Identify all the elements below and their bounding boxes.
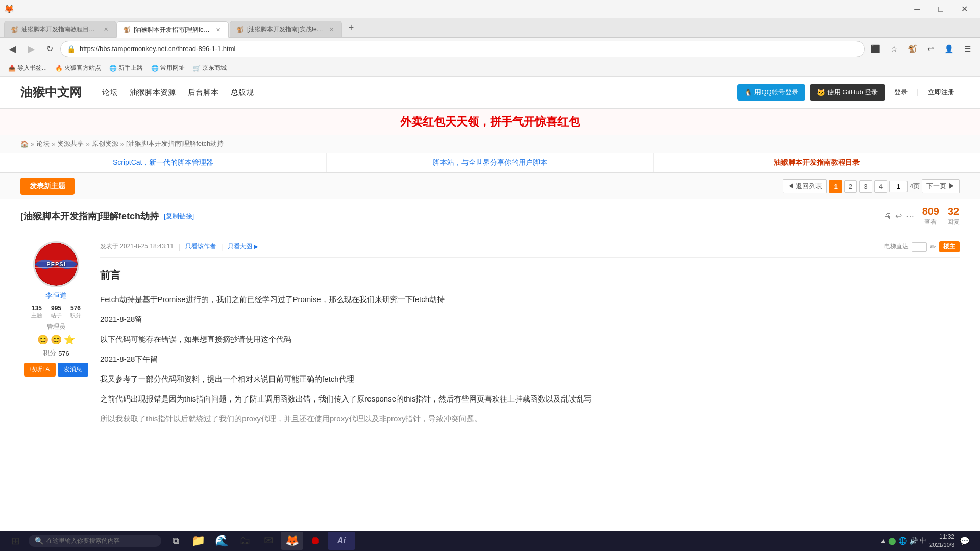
badge-2: 😊 [51, 334, 62, 345]
tampermonkey-icon[interactable]: 🐒 [904, 41, 920, 57]
extensions-icon[interactable]: ⬛ [868, 41, 883, 57]
ladder-input[interactable] [912, 242, 927, 252]
tray-arrow[interactable]: ▲ [880, 537, 886, 544]
follow-button[interactable]: 收听TA [24, 363, 56, 377]
notification-icon[interactable]: 💬 [958, 534, 972, 548]
page-2-button[interactable]: 2 [844, 180, 857, 193]
author-only-link[interactable]: 只看该作者 [185, 242, 216, 251]
large-view-link[interactable]: 只看大图 ▶ [228, 242, 258, 251]
avatar-image: PEPSI [35, 243, 78, 286]
author-name[interactable]: 李恒道 [20, 291, 92, 300]
address-url: https://bbs.tampermonkey.net.cn/thread-8… [80, 45, 858, 53]
nav-rules[interactable]: 总版规 [231, 88, 254, 97]
badge-star: ⭐ [64, 334, 75, 345]
tab-2-label: [油猴脚本开发指南]理解fetch劫... [134, 26, 211, 34]
quick-link-guide[interactable]: 油猴脚本开发指南教程目录 [654, 153, 980, 172]
author-score-stat: 576 积分 [70, 305, 81, 319]
quick-link-scriptsite[interactable]: 脚本站，与全世界分享你的用户脚本 [327, 153, 653, 172]
bookmark-common[interactable]: 🌐 常用网址 [148, 63, 188, 73]
tray-lang[interactable]: 中 [920, 536, 926, 545]
tray-circle[interactable]: ⬤ [888, 537, 896, 545]
author-badges: 😊 😊 ⭐ [20, 334, 92, 345]
page-1-button[interactable]: 1 [829, 180, 842, 193]
search-bar[interactable]: 🔍 [29, 535, 161, 547]
author-actions: 收听TA 发消息 [20, 363, 92, 377]
nav-forum[interactable]: 论坛 [102, 88, 117, 97]
explorer-icon[interactable]: 📁 [187, 532, 209, 550]
user-icon[interactable]: 👤 [941, 41, 957, 57]
next-page-button[interactable]: 下一页 ▶ [922, 179, 960, 193]
record-icon[interactable]: ⏺ [304, 532, 327, 550]
breadcrumb-forum[interactable]: 论坛 [36, 139, 50, 148]
page-3-button[interactable]: 3 [859, 180, 872, 193]
taskview-icon[interactable]: ⧉ [165, 532, 186, 550]
posts-value: 995 [51, 305, 62, 312]
post-title: [油猴脚本开发指南]理解fetch劫持 [20, 210, 159, 222]
firefox-taskbar-icon[interactable]: 🦊 [281, 532, 303, 550]
web-icon2: 🌐 [151, 65, 159, 72]
tray-volume[interactable]: 🔊 [909, 537, 918, 545]
share-icon[interactable]: ↩ [895, 211, 902, 221]
score-label: 积分 [70, 312, 81, 319]
files-icon[interactable]: 🗂 [234, 532, 256, 550]
more-icon[interactable]: ⋯ [906, 211, 914, 221]
address-bar[interactable]: 🔒 https://bbs.tampermonkey.net.cn/thread… [60, 41, 865, 57]
reply-number: 32 [947, 206, 960, 217]
new-tab-button[interactable]: + [344, 21, 358, 35]
undo-icon[interactable]: ↩ [923, 41, 938, 57]
post-title-bar: [油猴脚本开发指南]理解fetch劫持 [复制链接] 🖨 ↩ ⋯ 809 查看 … [0, 199, 980, 233]
return-list-button[interactable]: ◀ 返回列表 [783, 179, 827, 193]
edge-icon[interactable]: 🌊 [210, 532, 233, 550]
tray-network[interactable]: 🌐 [898, 537, 907, 545]
tab-1-close[interactable]: ✕ [102, 26, 110, 34]
tab-2[interactable]: 🐒 [油猴脚本开发指南]理解fetch劫... ✕ [116, 21, 229, 38]
edit-icon[interactable]: ✏ [930, 243, 936, 251]
tab-3[interactable]: 🐒 [油猴脚本开发指南]实战fetch劫... ✕ [230, 21, 342, 37]
start-button[interactable]: ⊞ [4, 532, 27, 550]
site-logo[interactable]: 油猴中文网 [20, 84, 82, 101]
page-4-button[interactable]: 4 [874, 180, 887, 193]
nav-backend[interactable]: 后台脚本 [188, 88, 218, 97]
banner[interactable]: 外卖红包天天领，拼手气开惊喜红包 [0, 109, 980, 135]
reply-count: 32 回复 [947, 206, 960, 227]
time-display[interactable]: 11:32 2021/10/3 [929, 533, 954, 549]
btn-qq-login[interactable]: 🐧 用QQ帐号登录 [737, 84, 805, 101]
bookmark-icon[interactable]: ☆ [886, 41, 901, 57]
btn-login[interactable]: 登录 [889, 85, 913, 100]
posts-label: 帖子 [51, 312, 62, 319]
search-input[interactable] [46, 537, 149, 544]
nav-scripts[interactable]: 油猴脚本资源 [130, 88, 176, 97]
main-score-label: 主题 [31, 312, 42, 319]
breadcrumb-share[interactable]: 资源共享 [57, 139, 84, 148]
bookmark-jd[interactable]: 🛒 京东商城 [190, 63, 230, 73]
breadcrumb-home[interactable]: 🏠 [20, 140, 29, 148]
btn-register[interactable]: 立即注册 [923, 85, 960, 100]
page-input[interactable] [889, 181, 908, 192]
bookmark-firefox[interactable]: 🔥 火狐官方站点 [52, 63, 104, 73]
new-post-button[interactable]: 发表新主题 [20, 178, 75, 195]
refresh-button[interactable]: ↻ [42, 41, 57, 57]
tab-3-close[interactable]: ✕ [327, 26, 335, 34]
section-title: 前言 [100, 266, 960, 284]
forward-button[interactable]: ▶ [23, 41, 39, 57]
breadcrumb-original[interactable]: 原创资源 [92, 139, 118, 148]
tab-1[interactable]: 🐒 油猴脚本开发指南教程目录-油... ✕ [4, 21, 116, 37]
view-count: 809 查看 [922, 206, 939, 227]
browser-favicon: 🦊 [4, 4, 14, 14]
minimize-button[interactable]: ─ [905, 0, 929, 18]
maximize-button[interactable]: □ [929, 0, 952, 18]
btn-github-login[interactable]: 🐱 使用 GitHub 登录 [810, 84, 886, 101]
ai-icon[interactable]: Ai [328, 532, 355, 550]
message-button[interactable]: 发消息 [58, 363, 88, 377]
tab-2-close[interactable]: ✕ [214, 26, 222, 34]
bookmark-import[interactable]: 📥 导入书签... [5, 63, 50, 73]
pagination-right: ◀ 返回列表 1 2 3 4 4页 下一页 ▶ [783, 179, 960, 193]
menu-icon[interactable]: ☰ [960, 41, 975, 57]
bookmark-newuser[interactable]: 🌐 新手上路 [106, 63, 146, 73]
back-button[interactable]: ◀ [5, 41, 20, 57]
quick-link-scriptcat[interactable]: ScriptCat，新一代的脚本管理器 [0, 153, 327, 172]
close-button[interactable]: ✕ [952, 0, 976, 18]
mail-icon[interactable]: ✉ [257, 532, 280, 550]
print-icon[interactable]: 🖨 [883, 212, 891, 221]
copy-link[interactable]: [复制链接] [164, 212, 194, 221]
